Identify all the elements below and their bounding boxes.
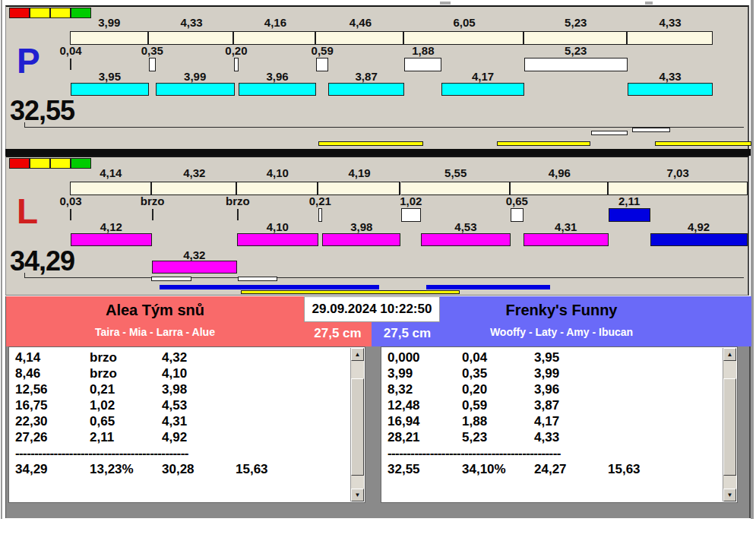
start-light-1 <box>30 8 50 18</box>
run-time-bar <box>71 233 152 246</box>
penalty-label: 1,88 <box>412 44 434 57</box>
penalty-bar <box>316 58 327 71</box>
split-time-label: 4,10 <box>267 166 289 179</box>
split-time-label: 4,96 <box>549 166 571 179</box>
run-time-label: 4,17 <box>472 70 494 83</box>
lane-total-time: 32,55 <box>10 95 74 127</box>
penalty-bar <box>401 208 422 222</box>
run-time-label: 3,99 <box>184 70 206 83</box>
table-cell: 1,02 <box>90 398 115 413</box>
penalty-tick <box>152 209 153 220</box>
penalty-label: 0,65 <box>506 195 528 207</box>
split-segment <box>234 31 316 45</box>
table-cell: 3,99 <box>534 366 559 381</box>
table-scrollbar[interactable]: ▲ ▼ <box>350 348 364 501</box>
penalty-bar <box>511 208 524 222</box>
table-cell: 4,53 <box>162 398 187 413</box>
table-separator: ----------------------------------------… <box>387 446 561 461</box>
run-time-label: 4,32 <box>183 248 205 261</box>
penalty-tick <box>237 209 239 220</box>
split-segment <box>318 182 401 195</box>
table-cell: 3,98 <box>162 382 187 397</box>
scrollbar-thumb[interactable] <box>351 378 364 476</box>
penalty-label: 5,23 <box>565 44 587 57</box>
scroll-down-button[interactable]: ▼ <box>351 489 364 501</box>
title-strip <box>2 0 751 5</box>
table-cell: 34,29 <box>15 462 48 477</box>
penalty-bar <box>318 208 322 222</box>
run-time-bar <box>156 83 235 96</box>
scroll-down-button[interactable]: ▼ <box>723 489 736 501</box>
run-time-bar <box>628 83 713 96</box>
run-time-bar <box>650 233 748 246</box>
comparison-mark-bar <box>497 141 590 146</box>
split-segment <box>316 31 404 45</box>
penalty-label: 1,02 <box>400 195 422 207</box>
table-cell: 13,23% <box>90 462 134 477</box>
split-time-label: 4,16 <box>264 16 286 29</box>
split-time-label: 4,32 <box>183 166 205 179</box>
results-table-left[interactable]: ▲ ▼ 4,14brzo4,328,46brzo4,1012,560,213,9… <box>8 346 365 503</box>
split-time-label: 5,55 <box>444 166 467 179</box>
scroll-up-button[interactable]: ▲ <box>723 348 736 361</box>
run-time-label: 3,95 <box>99 70 121 83</box>
table-cell: 12,56 <box>15 382 48 397</box>
table-cell: 12,48 <box>387 398 420 413</box>
comparison-mark-bar <box>238 277 277 281</box>
scrollbar-thumb[interactable] <box>723 378 736 476</box>
comparison-mark-bar <box>241 290 460 294</box>
baseline-tick <box>24 273 25 278</box>
scoreboard-footer-band <box>6 503 749 518</box>
table-cell: 3,87 <box>534 398 559 413</box>
split-segment <box>152 182 237 195</box>
table-cell: 32,55 <box>387 462 420 477</box>
table-scrollbar[interactable]: ▲ ▼ <box>723 348 736 501</box>
table-cell: 30,28 <box>162 462 195 477</box>
lane-panel-l: L4,140,034,124,32brzo4,324,10brzo4,104,1… <box>5 156 749 296</box>
table-cell: 5,23 <box>462 430 487 445</box>
run-time-label: 3,87 <box>356 70 378 83</box>
table-cell: 8,32 <box>387 382 413 397</box>
table-cell: 4,17 <box>534 414 559 429</box>
table-cell: 22,30 <box>15 414 48 429</box>
split-time-label: 6,05 <box>453 16 475 29</box>
comparison-mark-bar <box>591 131 628 135</box>
split-segment <box>149 31 235 45</box>
penalty-label: brzo <box>141 195 165 207</box>
run-time-bar <box>322 233 400 246</box>
penalty-bar <box>609 208 650 222</box>
table-cell: 0,35 <box>462 366 487 381</box>
split-segment <box>609 182 748 195</box>
run-time-label: 4,53 <box>454 220 476 233</box>
penalty-bar <box>524 58 628 71</box>
table-cell: 27,26 <box>15 430 48 445</box>
comparison-mark-bar <box>426 285 550 289</box>
results-table-right[interactable]: ▲ ▼ 0,0000,043,953,990,353,998,320,203,9… <box>381 346 738 503</box>
table-cell: 16,75 <box>15 398 48 413</box>
title-strip-mark <box>645 2 653 5</box>
penalty-label: 2,11 <box>618 195 640 207</box>
split-time-label: 4,14 <box>100 166 122 179</box>
baseline-rule <box>24 277 744 278</box>
table-separator: ----------------------------------------… <box>15 446 188 461</box>
start-light-0 <box>9 8 30 18</box>
comparison-mark-bar <box>655 141 751 146</box>
table-cell: 3,96 <box>534 382 559 397</box>
table-cell: 0,20 <box>462 382 487 397</box>
penalty-bar <box>149 58 156 71</box>
split-time-label: 7,03 <box>667 166 689 179</box>
scroll-up-button[interactable]: ▲ <box>351 348 364 361</box>
timing-app-window: P3,990,043,954,330,353,994,160,203,964,4… <box>1 0 754 519</box>
table-cell: 0,65 <box>90 414 115 429</box>
run-time-bar <box>524 233 609 246</box>
lane-letter: P <box>17 43 40 78</box>
penalty-tick <box>70 209 71 220</box>
lane-panel-p: P3,990,043,954,330,353,994,160,203,964,4… <box>5 5 749 149</box>
jump-height-badge-right: 27,5 cm <box>372 322 443 346</box>
start-light-2 <box>50 158 71 169</box>
table-cell: 0,59 <box>462 398 487 413</box>
jump-height-badge-left: 27,5 cm <box>304 322 372 346</box>
team-name-left: Alea Tým snů <box>6 302 304 319</box>
table-cell: 8,46 <box>15 366 40 381</box>
start-light-0 <box>9 158 30 169</box>
